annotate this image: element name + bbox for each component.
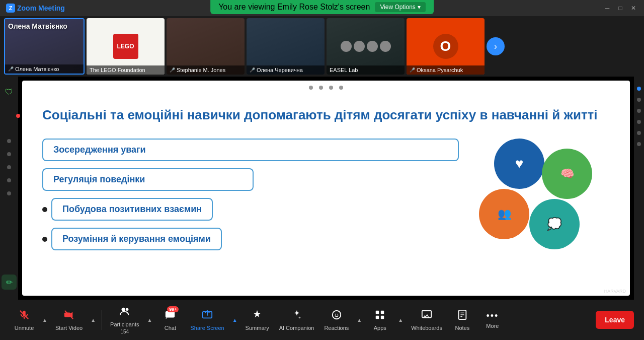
circle-brain: 🧠 (542, 149, 592, 199)
next-participant-button[interactable]: › (487, 37, 505, 55)
unmute-button[interactable]: Unmute (10, 306, 38, 334)
active-speaker-name: Олена Матвієнко (8, 22, 67, 30)
slide-box-1: Зосередження уваги (42, 139, 459, 161)
participant-label: 🎤 Олена Черевична (247, 65, 325, 75)
svg-point-12 (333, 310, 341, 319)
title-bar-left: Z Zoom Meeting (6, 4, 65, 13)
ai-companion-button[interactable]: AI Companion (275, 306, 318, 334)
nav-dot (637, 87, 641, 91)
participant-thumb[interactable]: LEGO The LEGO Foundation (87, 18, 165, 75)
video-caret[interactable]: ▲ (89, 315, 98, 325)
svg-point-11 (298, 316, 300, 318)
view-options-button[interactable]: View Options ▾ (375, 2, 425, 12)
notes-label: Notes (455, 325, 470, 331)
nav-dot (7, 152, 11, 156)
start-video-button[interactable]: Start Video (51, 306, 87, 334)
svg-point-14 (337, 313, 338, 314)
watermark: HARVARD (604, 289, 626, 294)
participant-thumb[interactable]: EASEL Lab (327, 18, 405, 75)
slide-content: Соціальні та емоційні навички допомагают… (22, 81, 630, 296)
participants-button[interactable]: Participants 154 (106, 303, 143, 337)
apps-label: Apps (374, 325, 386, 331)
nav-dot (637, 142, 641, 146)
slide-diagram: ♥ 🧠 👥 💭 (469, 139, 610, 269)
minimize-button[interactable]: ─ (603, 4, 612, 13)
nav-dot (7, 165, 11, 169)
apps-icon (374, 309, 385, 323)
reactions-label: Reactions (324, 325, 349, 331)
more-button[interactable]: ••• More (478, 308, 507, 332)
slide-inner: Соціальні та емоційні навички допомагают… (22, 81, 630, 296)
participant-label: EASEL Lab (327, 65, 405, 75)
share-screen-caret[interactable]: ▲ (230, 315, 239, 325)
toolbar-left-group: Unmute ▲ Start Video ▲ (10, 303, 507, 337)
slide-nav-dot (339, 86, 343, 90)
mic-muted-icon: 🎤 (8, 66, 14, 72)
nav-dot (637, 98, 641, 102)
leave-button[interactable]: Leave (596, 311, 634, 329)
svg-rect-19 (422, 310, 431, 317)
title-bar-controls: ─ □ ✕ (603, 4, 638, 13)
summary-button[interactable]: Summary (242, 306, 273, 334)
mic-muted-icon: 🎤 (250, 67, 255, 73)
recording-dot (16, 114, 20, 118)
share-screen-icon (202, 309, 213, 323)
share-notification: You are viewing Emily Rose Stolz's scree… (210, 0, 434, 14)
svg-point-8 (126, 308, 129, 311)
participant-thumb[interactable]: O 🎤 Oksana Pysarchuk (407, 18, 485, 75)
nav-dot (637, 109, 641, 113)
participants-icon (119, 306, 130, 320)
participant-label: 🎤 Oksana Pysarchuk (407, 65, 485, 75)
slide-box-row-3: Побудова позитивних взаємин (42, 198, 459, 221)
participant-thumb[interactable]: 🎤 Stephanie M. Jones (167, 18, 245, 75)
maximize-button[interactable]: □ (616, 4, 625, 13)
apps-caret[interactable]: ▲ (396, 315, 405, 325)
svg-rect-15 (376, 310, 379, 313)
svg-rect-18 (381, 315, 384, 318)
slide-body: Зосередження уваги Регуляція поведінки П… (42, 139, 610, 269)
close-button[interactable]: ✕ (629, 4, 638, 13)
main-area: Олена Матвієнко 🎤 Олена Матвієнко LEGO T… (0, 16, 644, 300)
annotation-pencil-button[interactable]: ✏ (2, 275, 17, 290)
chat-icon: 99+ (165, 309, 176, 323)
chat-badge: 99+ (167, 306, 179, 313)
reactions-caret[interactable]: ▲ (355, 315, 364, 325)
slide-area: 🛡 Recording ✏ (0, 77, 644, 300)
security-icon[interactable]: 🛡 (4, 87, 15, 98)
avatar-letter: O (433, 34, 458, 59)
sign-in-button[interactable]: Sign in (595, 101, 615, 108)
notes-icon (457, 309, 468, 323)
share-screen-label: Share Screen (190, 325, 224, 331)
whiteboards-icon (421, 309, 432, 323)
bullet-dot (42, 207, 47, 212)
chevron-down-icon: ▾ (418, 4, 421, 11)
reactions-icon (331, 309, 342, 323)
nav-dot (7, 139, 11, 143)
unmute-caret[interactable]: ▲ (40, 315, 49, 325)
toolbar: Unmute ▲ Start Video ▲ (0, 300, 644, 340)
more-label: More (486, 323, 499, 329)
chat-button[interactable]: 99+ Chat (156, 306, 184, 334)
whiteboards-label: Whiteboards (411, 325, 442, 331)
start-video-label: Start Video (55, 325, 83, 331)
svg-point-13 (335, 313, 336, 314)
reactions-button[interactable]: Reactions (320, 306, 353, 334)
zoom-logo: Z Zoom Meeting (6, 4, 65, 13)
chat-label: Chat (165, 325, 176, 331)
participants-caret[interactable]: ▲ (145, 315, 154, 325)
nav-dot (637, 120, 641, 124)
nav-dot (7, 191, 11, 195)
participant-thumb[interactable]: 🎤 Олена Черевична (247, 18, 325, 75)
ai-companion-icon (291, 309, 302, 323)
participant-thumb[interactable]: Олена Матвієнко 🎤 Олена Матвієнко (4, 18, 85, 75)
share-screen-button[interactable]: Share Screen (186, 306, 228, 334)
whiteboards-button[interactable]: Whiteboards (407, 306, 446, 334)
slide-boxes: Зосередження уваги Регуляція поведінки П… (42, 139, 459, 250)
mic-muted-icon: 🎤 (170, 67, 175, 73)
svg-text:Z: Z (9, 5, 13, 11)
apps-button[interactable]: Apps (366, 306, 394, 334)
share-notification-text: You are viewing Emily Rose Stolz's scree… (218, 3, 370, 12)
notes-button[interactable]: Notes (448, 306, 476, 334)
slide-title: Соціальні та емоційні навички допомагают… (42, 107, 610, 124)
slide-nav-dot (319, 86, 323, 90)
